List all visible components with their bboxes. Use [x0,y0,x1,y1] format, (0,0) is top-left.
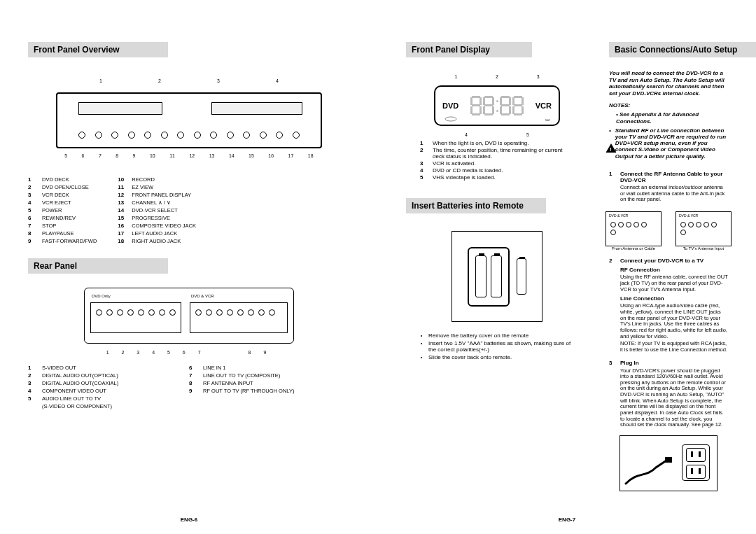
legend-text: PROGRESSIVE [132,215,170,221]
warning-triangle-icon [606,144,616,153]
legend-text: RIGHT AUDIO JACK [132,238,181,244]
rf-connection-body: Using the RF antenna cable, connect the … [620,274,728,293]
page-number-left: ENG-6 [0,517,378,523]
legend-row: 8RF ANTENNA INPUT [189,380,294,386]
rear-callouts-right: 8 9 [248,350,272,355]
legend-row: 6REWIND/REV [28,215,97,221]
legend-row: 13CHANNEL ∧ / ∨ [118,199,196,206]
line-connection-sub: Line Connection [620,295,728,302]
display-dvd-label: DVD [442,101,458,110]
legend-row: 5AUDIO LINE OUT TO TV [28,395,168,402]
legend-text: When the light is on, DVD is operating. [433,140,574,146]
display-legend-row: 3VCR is activated. [420,160,574,167]
callout-num: 14 [229,153,234,158]
callout-num: 15 [248,153,254,158]
legend-row: (S-VIDEO OR COMPONENT) [28,403,168,409]
legend-row: 1S-VIDEO OUT [28,365,168,371]
legend-row: 15PROGRESSIVE [118,215,196,221]
legend-text: DVD-VCR SELECT [132,207,177,213]
legend-num: 6 [189,365,197,371]
legend-num: 5 [420,174,427,181]
legend-text: FAST-FORWARD/FWD [42,238,97,244]
legend-num: 5 [28,207,36,213]
step-3-head: Plug In [620,360,728,366]
callout-num: 17 [288,153,294,158]
legend-num: 11 [118,184,126,190]
legend-row: 9RF OUT TO TV (RF THROUGH ONLY) [189,388,294,394]
legend-num: 4 [28,199,36,206]
callout-num: 13 [209,153,215,158]
basic-connections-title: Basic Connections/Auto Setup [609,42,756,57]
front-panel-overview-title: Front Panel Overview [28,42,168,57]
legend-text: VCR DECK [42,192,69,198]
legend-num: 3 [28,192,36,198]
plug-in-diagram [620,435,718,491]
legend-text: AUDIO LINE OUT TO TV [42,395,101,402]
legend-text: COMPOSITE VIDEO JACK [132,223,196,229]
legend-row: 2DIGITAL AUDIO OUT(OPTICAL) [28,372,168,379]
callout-num: 16 [268,153,274,158]
rf-connection-diagram: DVD & VCR From Antenna or Cable DVD & VC… [609,211,728,251]
page-eng-7: Front Panel Display 1 2 3 DVD VCR [378,0,756,534]
rear-callouts-left: 1 2 3 4 5 6 7 [106,350,206,355]
legend-num: 8 [28,230,36,237]
legend-num: 7 [189,372,197,379]
page-eng-6: Front Panel Overview 1 2 3 4 5 6 7 8 9 [0,0,378,534]
legend-text: POWER [42,207,62,213]
legend-num: 2 [28,184,36,190]
battery-cell-icon [491,255,502,297]
front-callouts-bottom: 5 6 7 8 9 10 11 12 13 14 15 16 17 18 [57,153,321,158]
display-callouts-top: 1 2 3 [435,74,559,79]
callout-num: 4 [465,132,468,137]
callout-num: 5 [64,153,67,158]
step-3-body: Your DVD-VCR's power should be plugged i… [620,368,728,428]
dvd-deck-slot [78,102,162,115]
cassette-icon: ▭ [545,117,550,122]
legend-row: 3DIGITAL AUDIO OUT(COAXIAL) [28,380,168,386]
front-panel-display-title: Front Panel Display [406,42,532,57]
legend-text: LINE IN 1 [203,365,226,371]
callout-num: 5 [526,132,529,137]
legend-num: 3 [28,380,36,386]
legend-num: 5 [28,395,36,402]
legend-num: 16 [118,223,126,229]
legend-row: 8PLAY/PAUSE [28,230,97,237]
legend-row: 12FRONT PANEL DISPLAY [118,192,196,198]
battery-note-item: Slide the cover back onto remote. [428,354,574,360]
rear-zone-dvd-vcr [190,302,288,333]
battery-note-item: Insert two 1.5V "AAA" batteries as shown… [428,340,574,353]
legend-text: RF ANTENNA INPUT [203,380,253,386]
legend-num: 2 [420,147,427,153]
wall-outlet-icon [682,444,710,481]
legend-row: 14DVD-VCR SELECT [118,207,196,213]
legend-num: 1 [28,365,36,371]
battery-diagram [451,231,542,322]
step-num: 1 [609,171,616,177]
legend-row: 5POWER [28,207,97,213]
legend-text: The time, counter position, time remaini… [433,147,574,160]
line-connection-body: Using an RCA-type audio/video cable (red… [620,303,728,339]
note-appendix: • See Appendix A for Advanced Connection… [616,111,728,124]
legend-row: 7LINE OUT TO TV (COMPOSITE) [189,372,294,379]
callout-num: 18 [308,153,314,158]
display-vcr-label: VCR [536,101,552,110]
battery-holder-icon [468,247,510,307]
legend-text: VCR EJECT [42,199,71,206]
display-legend-row: 4DVD or CD media is loaded. [420,167,574,174]
legend-text: EZ VIEW [132,184,153,190]
page-spread: Front Panel Overview 1 2 3 4 5 6 7 8 9 [0,0,756,534]
legend-num: 8 [189,380,197,386]
legend-row: 3VCR DECK [28,192,97,198]
legend-text: COMPONENT VIDEO OUT [42,388,106,394]
legend-text: (S-VIDEO OR COMPONENT) [42,403,112,409]
legend-row: 16COMPOSITE VIDEO JACK [118,223,196,229]
front-control-row [78,132,300,140]
antenna-caption: From Antenna or Cable [606,246,662,251]
page-number-right: ENG-7 [378,517,756,523]
legend-text: DIGITAL AUDIO OUT(OPTICAL) [42,372,118,379]
legend-num: 4 [28,388,36,394]
legend-row: 17LEFT AUDIO JACK [118,230,196,237]
callout-num: 7 [99,153,102,158]
legend-row: 18RIGHT AUDIO JACK [118,238,196,244]
legend-num: 14 [118,207,126,213]
